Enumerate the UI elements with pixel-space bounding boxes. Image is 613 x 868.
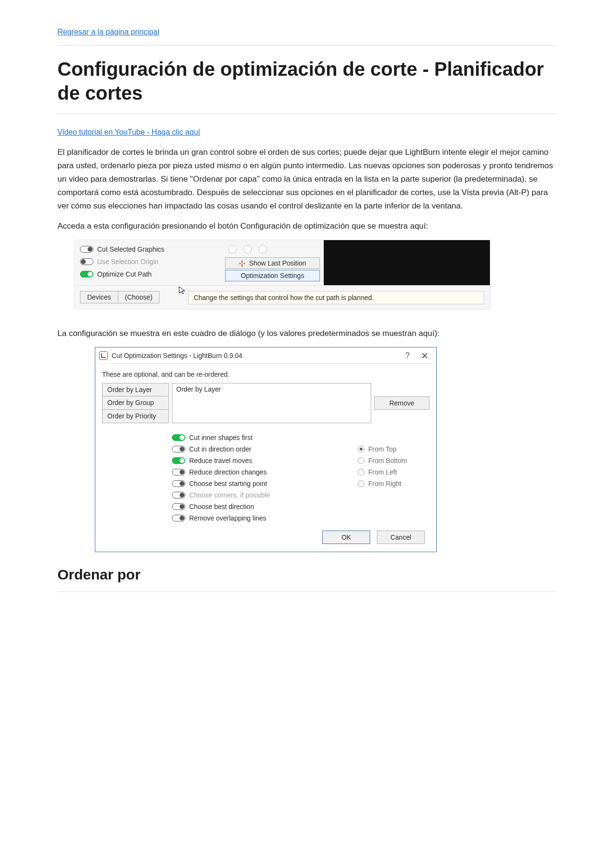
app-icon <box>99 351 108 360</box>
option-label: Choose corners, if possible <box>189 491 270 499</box>
toggle-option-6[interactable] <box>172 503 185 510</box>
dialog-hint-text: La configuración se muestra en este cuad… <box>57 327 556 340</box>
toggle-option-7[interactable] <box>172 515 185 521</box>
order-by-layer-button[interactable]: Order by Layer <box>102 383 169 396</box>
toggle-option-2[interactable] <box>172 457 185 464</box>
toggle-optimize-cut-path[interactable] <box>80 271 93 278</box>
cancel-button[interactable]: Cancel <box>377 531 425 544</box>
optimization-settings-label: Optimization Settings <box>241 272 304 279</box>
toggle-use-selection-origin[interactable] <box>80 258 93 265</box>
label-use-selection-origin: Use Selection Origin <box>97 258 159 266</box>
show-last-position-label: Show Last Position <box>249 259 306 267</box>
dialog-title: Cut Optimization Settings - LightBurn 0.… <box>112 352 397 359</box>
option-label: Reduce direction changes <box>189 468 267 476</box>
section-order-by: Ordenar por <box>57 567 556 583</box>
origin-bubble[interactable] <box>243 245 252 254</box>
option-label: Cut inner shapes first <box>189 434 252 441</box>
cut-optimization-dialog: Cut Optimization Settings - LightBurn 0.… <box>95 347 437 552</box>
radio-direction-1[interactable] <box>358 457 364 464</box>
radio-label: From Right <box>368 480 401 487</box>
access-hint: Acceda a esta configuración presionando … <box>57 220 556 233</box>
intro-paragraph: El planificador de cortes le brinda un g… <box>57 146 556 213</box>
order-by-group-button[interactable]: Order by Group <box>102 396 169 410</box>
divider <box>57 114 556 114</box>
radio-label: From Top <box>368 445 397 453</box>
option-label: Choose best direction <box>189 503 254 510</box>
radio-label: From Bottom <box>368 457 407 464</box>
tooltip-text: Change the settings that control how the… <box>193 294 374 301</box>
toggle-option-1[interactable] <box>172 446 185 452</box>
video-tutorial-link[interactable]: Video tutorial en YouTube - Haga clic aq… <box>57 128 200 136</box>
tooltip: Change the settings that control how the… <box>188 291 484 304</box>
radio-label: From Left <box>368 468 397 476</box>
remove-button[interactable]: Remove <box>374 396 430 410</box>
dialog-subtitle: These are optional, and can be re-ordere… <box>102 370 430 378</box>
origin-bubble[interactable] <box>259 245 267 254</box>
help-button[interactable]: ? <box>401 349 414 362</box>
option-label: Choose best starting point <box>189 480 267 487</box>
label-cut-selected-graphics: Cut Selected Graphics <box>97 245 164 253</box>
optimization-settings-button[interactable]: Optimization Settings <box>225 270 320 281</box>
option-label: Reduce travel moves <box>189 457 252 464</box>
origin-bubble[interactable] <box>228 245 237 254</box>
radio-direction-0[interactable] <box>358 446 364 452</box>
cursor-icon <box>178 286 187 298</box>
divider <box>57 45 556 46</box>
order-list[interactable]: Order by Layer <box>172 383 371 423</box>
show-last-position-button[interactable]: -¦- Show Last Position <box>225 257 320 269</box>
choose-device-button[interactable]: (Choose) <box>118 291 160 303</box>
toggle-option-0[interactable] <box>172 434 185 441</box>
laser-panel-screenshot: Cut Selected Graphics Use Selection Orig… <box>74 240 490 310</box>
toggle-option-3[interactable] <box>172 469 185 475</box>
devices-button[interactable]: Devices <box>80 291 118 303</box>
option-label: Remove overlapping lines <box>189 514 266 522</box>
page-title: Configuración de optimización de corte -… <box>57 57 556 105</box>
divider <box>57 591 556 592</box>
radio-direction-2[interactable] <box>358 469 364 475</box>
order-by-priority-button[interactable]: Order by Priority <box>102 410 169 423</box>
order-list-item[interactable]: Order by Layer <box>176 385 367 393</box>
option-label: Cut in direction order <box>189 445 251 453</box>
close-button[interactable] <box>418 349 431 362</box>
back-link[interactable]: Regresar a la página principal <box>57 28 159 36</box>
toggle-cut-selected-graphics[interactable] <box>80 246 93 253</box>
radio-direction-3[interactable] <box>358 480 364 487</box>
toggle-option-5 <box>172 492 185 498</box>
preview-area <box>324 240 490 285</box>
crosshair-icon: -¦- <box>239 259 245 267</box>
toggle-option-4[interactable] <box>172 480 185 487</box>
ok-button[interactable]: OK <box>322 531 370 544</box>
label-optimize-cut-path: Optimize Cut Path <box>97 270 152 278</box>
